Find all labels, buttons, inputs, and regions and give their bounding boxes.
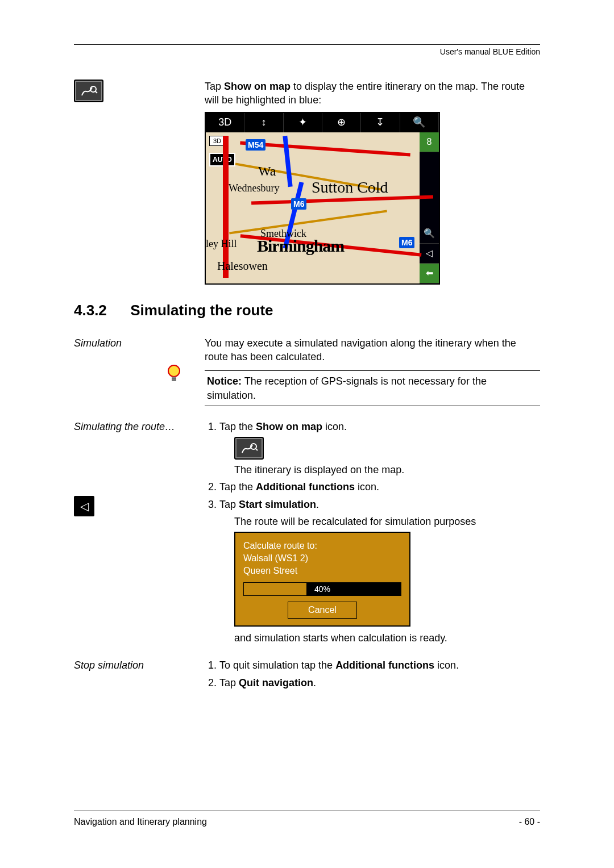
step1-after: icon. [322,421,347,432]
toolbar-down-icon[interactable]: ↧ [361,113,400,132]
step2-bold: Additional functions [256,481,355,493]
rightbar-bottom-green[interactable]: ⬅ [420,264,439,283]
step-3: Tap Start simulation. The route will be … [219,498,540,645]
stop-step-2: Tap Quit navigation. [219,676,540,690]
label-stop: Stop simulation [74,660,144,671]
toolbar-3d-button[interactable]: 3D [206,113,244,132]
toolbar-route-icon[interactable]: ↕ [244,113,283,132]
stop2-before: Tap [219,677,239,688]
map-rightbar: 8 🔍 ◁ ⬅ [420,132,439,283]
step2-before: Tap the [219,481,256,493]
section-title: Simulating the route [130,302,273,319]
cancel-button[interactable]: Cancel [288,602,357,619]
stop1-after: icon. [434,660,459,671]
dialog-line1: Calculate route to: [243,540,401,552]
step1-bold: Show on map [256,421,322,432]
after-dialog: and simulation starts when calculation i… [234,631,540,645]
route-blue-1 [283,135,292,186]
show-on-map-icon-small [234,437,264,460]
map-label-walsall: Wa [258,162,276,180]
footer-divider [74,811,540,811]
footer-page: - 60 - [519,816,540,828]
map-label-sutton: Sutton Cold [312,177,388,198]
map-auto-badge: AUTO [209,153,235,166]
stop-steps: To quit simulation tap the Additional fu… [205,658,540,690]
additional-functions-icon: ◁ [74,496,94,516]
svg-point-2 [168,365,180,377]
step2-after: icon. [355,481,379,493]
road-red-1 [240,141,410,156]
rightbar-zoom[interactable]: 🔍 [420,224,439,244]
map-label-wednesbury: Wednesbury [229,181,280,195]
progress-bar: 40% [243,582,401,596]
show-on-map-icon [74,80,103,102]
notice-text: The reception of GPS-signals is not nece… [207,375,487,400]
step3-before: Tap [219,499,239,510]
map-screenshot: 3D ↕ ✦ ⊕ ↧ 🔍 8 🔍 ◁ ⬅ 3D [205,112,440,285]
map-toolbar: 3D ↕ ✦ ⊕ ↧ 🔍 [206,113,439,132]
stop1-before: To quit simulation tap the [219,660,335,671]
progress-percent: 40% [244,583,401,595]
step-1: Tap the Show on map icon. The itinerary … [219,420,540,477]
stop1-bold: Additional functions [335,660,434,671]
toolbar-zoom-icon[interactable]: 🔍 [400,113,439,132]
stop2-bold: Quit navigation [239,677,313,688]
map-label-birmingham: Birmingham [257,235,344,258]
footer-left: Navigation and Itinerary planning [74,816,207,828]
road-yellow-2 [229,210,387,234]
label-simulation: Simulation [74,337,122,349]
after-step3: The route will be recalculated for simul… [234,515,540,528]
step-2: Tap the Additional functions icon. [219,480,540,494]
step1-before: Tap the [219,421,256,432]
intro-text: Tap Show on map to display the entire it… [205,80,540,285]
after-step1: The itinerary is displayed on the map. [234,463,540,477]
map-label-halesowen: Halesowen [217,258,268,274]
rightbar-arrow-left[interactable]: ◁ [420,244,439,264]
header-right: User's manual BLUE Edition [440,47,540,57]
section-heading: 4.3.2 Simulating the route [74,301,540,320]
intro-before: Tap [205,81,224,92]
step3-bold: Start simulation [239,499,316,510]
toolbar-star-icon[interactable]: ✦ [284,113,322,132]
svg-rect-3 [172,377,176,381]
notice-bold: Notice: [207,375,242,387]
rightbar-top-green[interactable]: 8 [420,132,439,152]
header-divider [74,44,540,45]
step3-after: . [316,499,319,510]
simulation-text: You may execute a simulated navigation a… [205,336,540,364]
label-simulating: Simulating the route… [74,420,182,433]
road-red-2 [223,136,229,278]
simulating-steps: Tap the Show on map icon. The itinerary … [205,420,540,645]
intro-bold: Show on map [224,81,291,92]
map-label-leyhill: ley Hill [206,237,237,251]
svg-line-7 [255,448,258,450]
dialog-line2: Walsall (WS1 2) [243,552,401,565]
stop2-after: . [313,677,316,688]
motorway-m6-a: M6 [291,198,306,210]
calculate-route-dialog: Calculate route to: Walsall (WS1 2) Quee… [234,532,410,627]
section-number: 4.3.2 [74,301,126,320]
lightbulb-icon [165,364,182,384]
motorway-m6-b: M6 [399,237,414,249]
toolbar-target-icon[interactable]: ⊕ [322,113,361,132]
dialog-line3: Queen Street [243,565,401,577]
motorway-m54: M54 [246,139,265,151]
notice-box: Notice: The reception of GPS-signals is … [205,370,540,406]
svg-line-1 [95,91,97,93]
stop-step-1: To quit simulation tap the Additional fu… [219,658,540,672]
